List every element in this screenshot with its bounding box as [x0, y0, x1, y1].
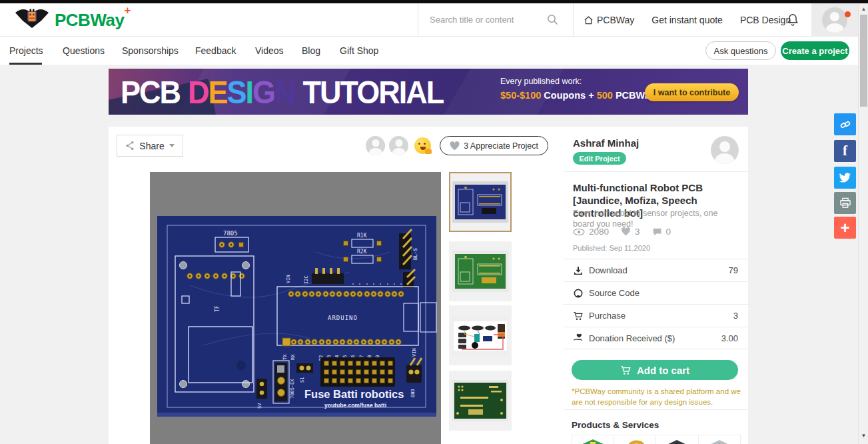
logo-plus: + [124, 4, 130, 17]
pcb-label-vin-right: VIN [412, 348, 417, 357]
search-input[interactable]: Search title or content [418, 3, 573, 37]
header-divider-right [573, 3, 574, 37]
thumbnail-blue-pcb[interactable] [449, 172, 512, 232]
share-label: Share [139, 141, 164, 151]
more-share-button[interactable]: + [834, 217, 856, 239]
nav-item-projects[interactable]: Projects [9, 37, 43, 65]
hugging-face-emoji[interactable] [414, 137, 431, 154]
copy-link-button[interactable] [834, 113, 856, 135]
header-links: PCBWay Get instant quote PCB Design [584, 3, 791, 37]
project-sidebar: Ashraf Minhaj Edit Project Multi-functio… [563, 127, 748, 444]
bat-logo-icon [15, 7, 49, 33]
plus-icon: + [840, 220, 849, 236]
main-nav: Projects Questions Sponsorships Feedback… [0, 37, 868, 65]
header-link-home[interactable]: PCBWay [584, 15, 634, 25]
likes-count: 3 [635, 227, 640, 237]
source-code-label: Source Code [589, 288, 640, 298]
nav-item-feedback[interactable]: Feedback [195, 37, 236, 65]
logo-text: PCBWay+ [55, 9, 131, 31]
pcb-label-s1: S1 [300, 377, 305, 383]
promo-banner[interactable]: PCBDESIGNTUTORIAL Every published work: … [109, 69, 748, 115]
pcbway-project-page: PCBWay+ Search title or content PCBWay G… [0, 0, 868, 444]
appreciate-label: 3 Appreciate Project [464, 141, 538, 151]
twitter-share-button[interactable] [834, 167, 856, 189]
appreciator-avatar[interactable] [366, 136, 385, 155]
pcb-render: TF 7805 R1K R2K [150, 172, 441, 444]
pcb-label-gnd: GND [410, 389, 416, 397]
pcb-label-7805ex: 7805-EX [290, 379, 295, 399]
pcb-label-arduino: ARDUINO [328, 315, 358, 321]
add-to-cart-button[interactable]: Add to cart [572, 360, 738, 380]
pcb-label-tx: TX [282, 354, 288, 360]
thumbnail-green-pcb-back[interactable] [449, 371, 512, 431]
nav-item-blog[interactable]: Blog [302, 37, 320, 65]
home-icon [584, 15, 594, 25]
header: PCBWay+ Search title or content PCBWay G… [0, 3, 868, 37]
notification-dot [845, 11, 851, 17]
product-thumb-dark-pcb[interactable] [656, 435, 699, 444]
download-row[interactable]: Download 79 [563, 259, 748, 281]
share-button[interactable]: Share [117, 135, 183, 157]
scroll-down-arrow[interactable]: ▼ [859, 431, 868, 440]
scroll-up-arrow[interactable]: ▲ [859, 4, 868, 13]
search-icon[interactable] [547, 14, 558, 25]
header-link-quote[interactable]: Get instant quote [651, 15, 723, 25]
nav-item-videos[interactable]: Videos [255, 37, 284, 65]
page-scrollbar[interactable]: ▲ ▼ [858, 0, 868, 444]
donation-amount: 3.00 [721, 333, 738, 343]
header-link-design-label: PCB Design [740, 15, 791, 25]
share-icon [125, 141, 135, 151]
comments-icon [652, 227, 662, 236]
header-link-pcb-design[interactable]: PCB Design [740, 15, 791, 25]
download-icon [573, 265, 584, 276]
product-thumb-aluminum-pcb[interactable] [699, 435, 741, 444]
scrollbar-thumb[interactable] [860, 15, 867, 107]
nav-item-gift-shop[interactable]: Gift Shop [340, 37, 378, 65]
print-icon [839, 197, 851, 209]
facebook-icon: f [843, 143, 847, 159]
pcb-url-text: youtube.com/fuse batti [324, 402, 386, 409]
pcb-label-rx: RX [290, 354, 296, 360]
facebook-share-button[interactable]: f [834, 140, 856, 162]
project-main-image[interactable]: TF 7805 R1K R2K [150, 172, 441, 444]
divider [563, 171, 748, 172]
download-count: 79 [729, 265, 738, 275]
download-label: Download [589, 265, 628, 275]
pcb-label-tf: TF [215, 305, 220, 312]
create-project-button[interactable]: Create a project [781, 41, 849, 60]
cart-icon [620, 365, 632, 376]
project-card: Share 3 Appreciate Project [109, 127, 748, 444]
edit-project-button[interactable]: Edit Project [573, 152, 626, 165]
notifications-button[interactable] [786, 13, 799, 27]
twitter-icon [839, 173, 851, 183]
appreciator-avatar[interactable] [389, 136, 408, 155]
ask-questions-button[interactable]: Ask questions [705, 41, 776, 60]
github-icon [573, 288, 584, 299]
user-avatar[interactable] [822, 7, 847, 33]
product-thumb-green-pcb[interactable] [572, 435, 614, 444]
pcb-label-r2k: R2K [357, 249, 367, 255]
appreciate-button[interactable]: 3 Appreciate Project [440, 136, 548, 155]
user-menu[interactable] [811, 3, 858, 37]
print-button[interactable] [834, 192, 856, 214]
thumbnail-wiring-diagram[interactable] [449, 305, 512, 365]
active-tab-underline [9, 63, 42, 65]
nav-item-questions[interactable]: Questions [63, 37, 105, 65]
pcb-label-bls: BL-S [412, 247, 418, 260]
action-rows: Download 79 Source Code Pur [563, 259, 748, 349]
contribute-button[interactable]: I want to contribute [645, 83, 739, 101]
logo[interactable]: PCBWay+ [15, 6, 131, 34]
donation-row[interactable]: Donation Received ($) 3.00 [563, 327, 748, 349]
nav-item-sponsorships[interactable]: Sponsorships [122, 37, 179, 65]
cart-icon [573, 311, 584, 321]
author-avatar[interactable] [711, 136, 739, 164]
thumbnail-green-pcb[interactable] [449, 241, 512, 301]
banner-title: PCBDESIGNTUTORIAL [121, 74, 443, 111]
purchase-row[interactable]: Purchase 3 [563, 304, 748, 327]
product-thumb-flex-pcb[interactable] [614, 435, 657, 444]
author-name[interactable]: Ashraf Minhaj [573, 137, 639, 149]
header-link-home-label: PCBWay [597, 15, 634, 25]
source-code-row[interactable]: Source Code [563, 281, 748, 304]
purchase-label: Purchase [589, 311, 626, 321]
published-date: Published: Sep 11,2020 [573, 244, 650, 252]
